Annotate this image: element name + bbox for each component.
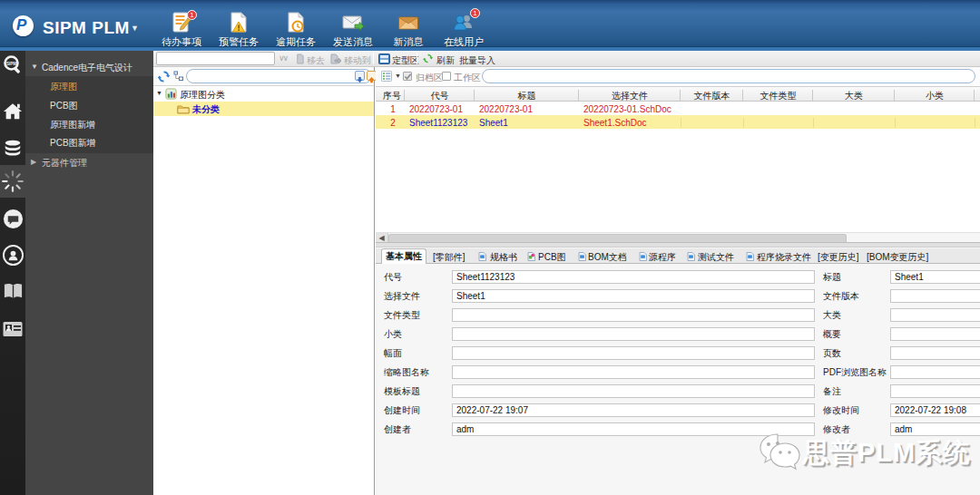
svg-text:SIPM: SIPM (6, 62, 16, 66)
